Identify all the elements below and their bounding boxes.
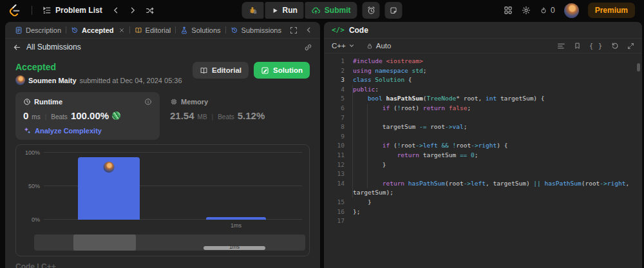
submit-button[interactable]: Submit (305, 2, 357, 19)
code-section-partial-label: Code | C++ (15, 262, 310, 268)
chart-bar-1ms[interactable] (206, 217, 266, 220)
problem-list-icon (43, 6, 52, 15)
tab-editorial[interactable]: Editorial (130, 22, 176, 38)
user-avatar-marker (104, 162, 115, 173)
leetcode-logo-icon[interactable] (9, 5, 21, 17)
user-avatar[interactable] (564, 3, 579, 18)
line-number: 16 (330, 207, 345, 217)
code-row[interactable]: 8 targetSum -= root->val; (330, 122, 642, 132)
tab-submissions[interactable]: Submissions (226, 22, 286, 38)
code-line: } (353, 160, 386, 170)
code-row[interactable]: 10 if (!root->left && !root->right) { (330, 141, 642, 151)
memory-unit: MB (198, 113, 207, 120)
solution-button[interactable]: Solution (254, 62, 310, 79)
debug-button[interactable] (242, 2, 264, 19)
code-row[interactable]: 11 return targetSum == 0; (330, 151, 642, 160)
code-row[interactable]: 13 (330, 169, 642, 179)
next-problem-button[interactable] (126, 4, 140, 17)
chart-brush[interactable]: 1ms (34, 235, 305, 251)
code-row[interactable]: 14 return hasPathSum(root->left, targetS… (330, 179, 642, 189)
code-row[interactable]: 4public: (330, 85, 642, 95)
code-line: #include <iostream> (353, 57, 423, 66)
code-row[interactable]: 2using namespace std; (330, 66, 642, 76)
line-number: 9 (330, 132, 345, 142)
copy-link-button[interactable] (304, 43, 312, 52)
runtime-label: Runtime (34, 98, 62, 106)
tab-accepted[interactable]: Accepted (66, 22, 129, 38)
code-row[interactable]: 1#include <iostream> (330, 57, 642, 66)
code-panel-title: Code (349, 26, 368, 35)
collapse-panel-button[interactable] (305, 26, 312, 34)
format-code-button[interactable] (557, 42, 565, 50)
language-selector[interactable]: C++ (332, 42, 355, 50)
code-row[interactable]: 6 if (!root) return false; (330, 104, 642, 113)
run-label: Run (283, 6, 298, 15)
code-line: bool hasPathSum(TreeNode* root, int targ… (353, 94, 545, 104)
tab-solutions[interactable]: Solutions (176, 22, 225, 38)
memory-card[interactable]: Memory 21.54 MB | Beats 5.12% (160, 92, 272, 140)
editor-scrollbar-thumb[interactable] (637, 63, 640, 72)
notes-button[interactable] (385, 2, 402, 19)
reset-code-button[interactable] (611, 42, 619, 50)
back-to-all-submissions[interactable]: All Submissions (13, 43, 81, 52)
settings-button[interactable] (522, 6, 531, 15)
chevron-down-icon (348, 43, 355, 49)
runtime-card[interactable]: Runtime 0 ms | Beats 100.00% Ana (15, 92, 160, 140)
fullscreen-icon (290, 26, 298, 34)
problem-list-button[interactable]: Problem List (39, 3, 106, 17)
author-name[interactable]: Soumen Maity (28, 77, 77, 84)
x-axis-tick: 1ms (231, 222, 242, 229)
y-axis-tick: 100% (18, 149, 40, 156)
code-row[interactable]: 9 (330, 132, 642, 142)
code-row[interactable]: targetSum); (330, 188, 642, 198)
close-tab-icon[interactable] (118, 27, 125, 34)
code-line: public: (353, 85, 379, 95)
bookmark-button[interactable] (574, 42, 581, 50)
indent-guide (352, 85, 353, 198)
editorial-button-label: Editorial (212, 66, 242, 74)
apps-menu-button[interactable] (504, 6, 513, 15)
maximize-panel-button[interactable] (290, 26, 298, 34)
random-problem-button[interactable] (142, 4, 157, 17)
analyze-complexity-button[interactable]: Analyze Complexity (23, 126, 102, 135)
chart-plot-area[interactable]: 0%50%100%1ms (44, 153, 302, 220)
streak-counter[interactable]: 0 (540, 6, 555, 15)
runtime-distribution-chart: 0%50%100%1ms 1ms (15, 144, 310, 256)
code-editor[interactable]: 1#include <iostream>2using namespace std… (324, 53, 642, 226)
celebration-icon (112, 111, 120, 120)
prev-problem-button[interactable] (109, 4, 123, 17)
code-rows: 1#include <iostream>2using namespace std… (330, 57, 642, 226)
code-row[interactable]: 16}; (330, 207, 642, 217)
run-button[interactable]: Run (265, 2, 304, 19)
braces-icon: { } (589, 43, 603, 50)
editorial-button[interactable]: Editorial (193, 62, 249, 79)
code-panel: </> Code C++ Auto { } 1#include <i (324, 22, 642, 268)
brush-selection-handle[interactable] (73, 235, 136, 251)
auto-save-indicator[interactable]: Auto (366, 42, 392, 50)
premium-button[interactable]: Premium (588, 3, 635, 18)
divider: | (211, 113, 215, 120)
play-icon (272, 7, 279, 14)
tab-description[interactable]: Description (10, 22, 66, 38)
code-row[interactable]: 7 (330, 113, 642, 123)
code-row[interactable]: 3class Solution { (330, 75, 642, 85)
note-icon (390, 6, 398, 15)
bracket-matching-button[interactable]: { } (589, 43, 603, 50)
line-number: 3 (330, 75, 345, 85)
code-row[interactable]: 12 } (330, 160, 642, 170)
undo-icon (611, 42, 619, 50)
y-axis-tick: 0% (18, 216, 40, 223)
memory-value: 21.54 (170, 110, 194, 121)
code-row[interactable]: 17 (330, 216, 642, 226)
tab-label: Submissions (242, 26, 281, 34)
code-row[interactable]: 5 bool hasPathSum(TreeNode* root, int ta… (330, 94, 642, 104)
info-icon[interactable] (144, 98, 152, 106)
code-row[interactable]: 15 } (330, 198, 642, 207)
line-number: 10 (330, 141, 345, 151)
expand-editor-button[interactable] (627, 43, 634, 50)
submit-label: Submit (325, 6, 351, 15)
runtime-unit: ms (32, 113, 40, 120)
flask-icon (180, 26, 188, 34)
analyze-complexity-label: Analyze Complexity (35, 127, 102, 135)
timer-button[interactable] (363, 2, 380, 19)
